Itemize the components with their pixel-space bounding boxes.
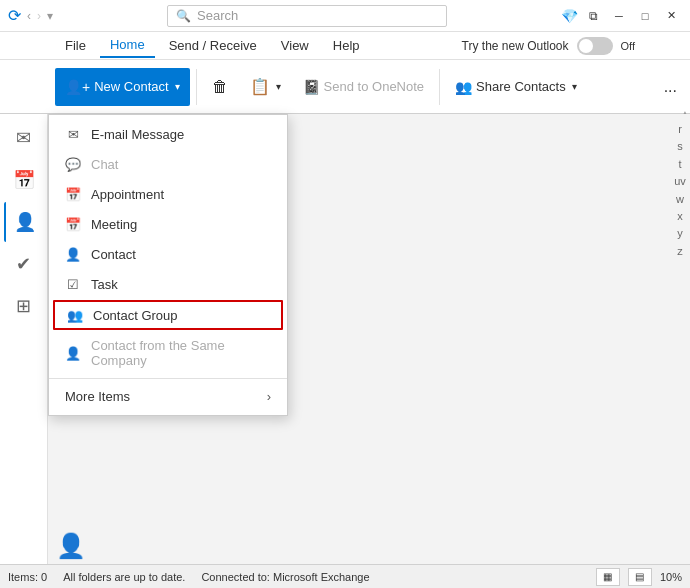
send-to-onenote-button[interactable]: 📓 Send to OneNote [294,65,433,109]
search-text: Search [197,8,238,23]
alpha-z[interactable]: z [677,244,683,259]
new-outlook-toggle[interactable] [577,37,613,55]
outlook-icon: ⟳ [8,6,21,25]
toggle-state-label: Off [621,40,635,52]
dropdown-chat: 💬 Chat [49,149,287,179]
dropdown-contact-label: Contact [91,247,136,262]
sidebar-item-contacts[interactable]: 👤 [4,202,44,242]
share-icon: 👥 [455,79,472,95]
dropdown-contact-same-company: 👤 Contact from the Same Company [49,331,287,375]
task-icon: ☑ [65,276,81,292]
move-icon: 📋 [250,77,270,96]
toggle-knob [579,39,593,53]
tasks-icon: ✔ [16,253,31,275]
menu-home[interactable]: Home [100,33,155,58]
dropdown-more-items-label: More Items [65,389,130,404]
sidebar-item-calendar[interactable]: 📅 [4,160,44,200]
close-btn[interactable]: ✕ [660,5,682,27]
delete-icon: 🗑 [212,78,228,96]
view-normal-btn[interactable]: ▦ [596,568,620,586]
dropdown-more-items[interactable]: More Items › [49,382,287,411]
menu-send-receive[interactable]: Send / Receive [159,34,267,57]
nav-more[interactable]: ▾ [47,9,53,23]
alpha-y[interactable]: y [677,226,683,241]
alphabet-list: r s t uv w x y z [670,114,690,259]
ribbon-separator-1 [196,69,197,105]
new-contact-button[interactable]: 👤+ New Contact ▾ [55,68,190,106]
alpha-w[interactable]: w [676,192,684,207]
calendar-icon: 📅 [13,169,35,191]
menu-help[interactable]: Help [323,34,370,57]
dropdown-contact-group[interactable]: 👥 Contact Group [53,300,283,330]
dropdown-meeting[interactable]: 📅 Meeting [49,209,287,239]
status-bar: Items: 0 All folders are up to date. Con… [0,564,690,588]
appointment-icon: 📅 [65,186,81,202]
sidebar-item-tasks[interactable]: ✔ [4,244,44,284]
delete-button[interactable]: 🗑 [203,65,237,109]
share-contacts-button[interactable]: 👥 Share Contacts ▾ [446,65,586,109]
title-bar-right: 💎 ⧉ ─ □ ✕ [553,5,690,27]
dropdown-appointment[interactable]: 📅 Appointment [49,179,287,209]
dropdown-contact[interactable]: 👤 Contact [49,239,287,269]
dropdown-task[interactable]: ☑ Task [49,269,287,299]
apps-icon: ⊞ [16,295,31,317]
sync-status: All folders are up to date. [63,571,185,583]
contact-icon: 👤 [65,246,81,262]
try-new-outlook: Try the new Outlook Off [462,37,635,55]
meeting-icon: 📅 [65,216,81,232]
sidebar: ✉ 📅 👤 ✔ ⊞ [0,114,48,564]
contacts-icon: 👤 [14,211,36,233]
dropdown-chat-label: Chat [91,157,118,172]
minimize-btn[interactable]: ─ [608,5,630,27]
chat-icon: 💬 [65,156,81,172]
add-contact-icon: 👤 [56,532,86,559]
dropdown-contact-group-label: Contact Group [93,308,178,323]
status-bar-right: ▦ ▤ 10% [596,568,682,586]
menu-bar: File Home Send / Receive View Help Try t… [0,32,690,60]
dropdown-email[interactable]: ✉ E-mail Message [49,119,287,149]
dropdown-appointment-label: Appointment [91,187,164,202]
more-items-arrow: › [267,389,271,404]
ribbon: 👤+ New Contact ▾ 🗑 📋 ▾ 📓 Send to OneNote… [0,60,690,114]
new-contact-icon: 👤+ [65,79,90,95]
dropdown-separator [49,378,287,379]
search-box[interactable]: 🔍 Search [167,5,447,27]
title-bar-search: 🔍 Search [61,5,553,27]
menu-file[interactable]: File [55,34,96,57]
move-button[interactable]: 📋 ▾ [241,65,290,109]
alpha-x[interactable]: x [677,209,683,224]
new-contact-label: New Contact [94,79,168,94]
sidebar-item-apps[interactable]: ⊞ [4,286,44,326]
title-bar: ⟳ ‹ › ▾ 🔍 Search 💎 ⧉ ─ □ ✕ [0,0,690,32]
move-chevron: ▾ [276,81,281,92]
dropdown-contact-same-company-label: Contact from the Same Company [91,338,271,368]
contact-same-company-icon: 👤 [65,345,81,361]
contact-group-icon: 👥 [67,307,83,323]
new-contact-chevron: ▾ [175,81,180,92]
maximize-btn[interactable]: □ [634,5,656,27]
nav-back[interactable]: ‹ [27,9,31,23]
gem-icon: 💎 [561,8,578,24]
add-contact-area: 👤 [56,532,86,560]
share-contacts-label: Share Contacts [476,79,566,94]
restore-btn[interactable]: ⧉ [582,5,604,27]
alpha-s[interactable]: s [677,139,683,154]
sidebar-item-mail[interactable]: ✉ [4,118,44,158]
search-icon: 🔍 [176,9,191,23]
connection-status: Connected to: Microsoft Exchange [201,571,369,583]
mail-icon: ✉ [16,127,31,149]
view-compact-btn[interactable]: ▤ [628,568,652,586]
ribbon-separator-2 [439,69,440,105]
title-bar-left: ⟳ ‹ › ▾ [0,6,61,25]
menu-view[interactable]: View [271,34,319,57]
alpha-uv[interactable]: uv [674,174,686,189]
dropdown-email-label: E-mail Message [91,127,184,142]
dropdown-meeting-label: Meeting [91,217,137,232]
nav-forward[interactable]: › [37,9,41,23]
items-count: Items: 0 [8,571,47,583]
send-to-onenote-label: Send to OneNote [324,79,424,94]
share-chevron: ▾ [572,81,577,92]
alpha-t[interactable]: t [678,157,681,172]
onenote-icon: 📓 [303,79,320,95]
alpha-r[interactable]: r [678,122,682,137]
